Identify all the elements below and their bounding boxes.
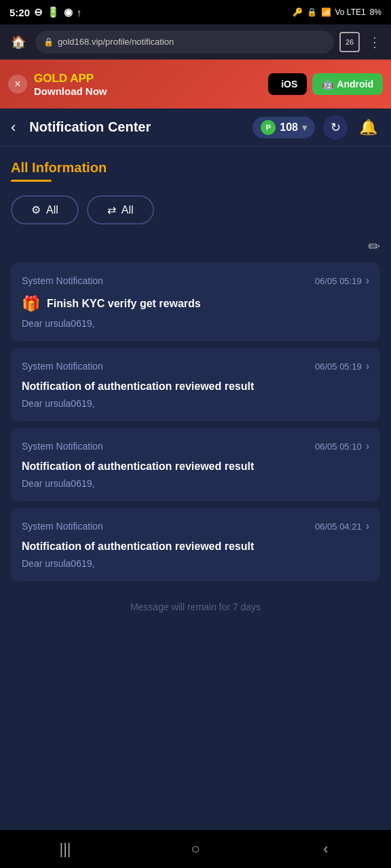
card-meta: 06/05 04:21 ›	[315, 520, 369, 532]
notification-card[interactable]: System Notification 06/05 05:19 › 🎁 Fini…	[11, 262, 380, 341]
card-body: Dear ursula0619,	[22, 398, 369, 409]
card-date: 06/05 04:21	[315, 521, 362, 532]
banner-text: GOLD APP Download Now	[34, 72, 261, 97]
card-meta: 06/05 05:19 ›	[315, 360, 369, 372]
card-body: Dear ursula0619,	[22, 558, 369, 569]
card-meta: 06/05 05:10 ›	[315, 440, 369, 452]
recent-apps-icon: |||	[59, 840, 71, 858]
status-icon-do-not-disturb: ⊖	[34, 6, 43, 18]
back-arrow-icon: ‹	[323, 840, 328, 858]
card-header: System Notification 06/05 05:10 ›	[22, 440, 369, 452]
browser-bar: 🏠 🔒 gold168.vip/profile/notification 26 …	[0, 24, 391, 60]
browser-home-button[interactable]: 🏠	[7, 31, 30, 54]
card-title: Finish KYC verify get rewards	[47, 298, 201, 310]
banner-close-button[interactable]: ×	[8, 75, 27, 94]
gift-icon: 🎁	[22, 295, 40, 313]
edit-row: ✏	[11, 238, 380, 256]
card-type: System Notification	[22, 441, 103, 452]
edit-button[interactable]: ✏	[368, 238, 380, 256]
card-chevron-icon: ›	[366, 520, 369, 532]
bell-icon: 🔔	[359, 119, 377, 136]
notification-card[interactable]: System Notification 06/05 05:19 › Notifi…	[11, 348, 380, 421]
filter-label-2: All	[122, 204, 134, 216]
status-icon-screen-record: ◉	[64, 6, 73, 18]
card-chevron-icon: ›	[366, 275, 369, 287]
card-body: Dear ursula0619,	[22, 318, 369, 329]
card-body: Dear ursula0619,	[22, 478, 369, 489]
status-icon-extra: ↑	[77, 7, 82, 18]
card-type: System Notification	[22, 275, 103, 286]
card-header: System Notification 06/05 05:19 ›	[22, 275, 369, 287]
filter-all-button-1[interactable]: ⚙ All	[11, 195, 79, 224]
nav-home-button[interactable]: ○	[130, 840, 261, 858]
nav-recent-apps-button[interactable]: |||	[0, 840, 130, 858]
filter-icon-1: ⚙	[31, 203, 41, 216]
card-header: System Notification 06/05 05:19 ›	[22, 360, 369, 372]
section-title-underline	[11, 180, 52, 182]
app-banner: × GOLD APP Download Now iOS 🤖 Android	[0, 60, 391, 108]
card-type: System Notification	[22, 521, 103, 532]
refresh-button[interactable]: ↻	[323, 115, 348, 140]
status-battery: 8%	[370, 7, 381, 17]
section-title: All Information	[11, 160, 380, 176]
page-header: ‹ Notification Center P 108 ▾ ↻ 🔔	[0, 108, 391, 146]
android-download-button[interactable]: 🤖 Android	[312, 73, 383, 95]
bell-button[interactable]: 🔔	[356, 115, 380, 140]
bottom-nav: ||| ○ ‹	[0, 830, 391, 868]
url-text: gold168.vip/profile/notification	[58, 37, 174, 47]
card-chevron-icon: ›	[366, 360, 369, 372]
status-bar: 5:20 ⊖ 🔋 ◉ ↑ 🔑 🔒 📶 Vo LTE1 8%	[0, 0, 391, 24]
footer-message: Message will remain for 7 days	[11, 588, 380, 623]
points-icon: P	[261, 120, 276, 135]
points-value: 108	[280, 121, 298, 134]
card-date: 06/05 05:10	[315, 441, 362, 452]
banner-download-buttons: iOS 🤖 Android	[268, 73, 383, 95]
status-icons: 🔑 🔒 📶 Vo LTE1 8%	[293, 7, 381, 17]
card-date: 06/05 05:19	[315, 361, 362, 372]
lock-icon: 🔒	[43, 37, 54, 47]
browser-menu-button[interactable]: ⋮	[365, 34, 384, 50]
filter-all-button-2[interactable]: ⇄ All	[87, 195, 154, 224]
notification-card[interactable]: System Notification 06/05 04:21 › Notifi…	[11, 508, 380, 581]
home-circle-icon: ○	[191, 840, 200, 858]
banner-title: GOLD APP	[34, 72, 261, 85]
card-title: Notification of authentication reviewed …	[22, 460, 254, 473]
card-title-row: 🎁 Finish KYC verify get rewards	[22, 295, 369, 313]
points-badge[interactable]: P 108 ▾	[253, 117, 315, 138]
chevron-down-icon: ▾	[302, 122, 307, 133]
browser-url-bar[interactable]: 🔒 gold168.vip/profile/notification	[35, 31, 334, 54]
card-title-row: Notification of authentication reviewed …	[22, 460, 369, 473]
card-meta: 06/05 05:19 ›	[315, 275, 369, 287]
card-title-row: Notification of authentication reviewed …	[22, 540, 369, 553]
refresh-icon: ↻	[331, 120, 341, 135]
filter-icon-2: ⇄	[107, 203, 116, 216]
browser-tabs-button[interactable]: 26	[339, 32, 360, 52]
ios-download-button[interactable]: iOS	[268, 73, 307, 95]
card-type: System Notification	[22, 361, 103, 372]
card-header: System Notification 06/05 04:21 ›	[22, 520, 369, 532]
android-icon: 🤖	[322, 79, 333, 90]
card-title-row: Notification of authentication reviewed …	[22, 380, 369, 393]
status-icon-wifi: 📶	[321, 7, 331, 17]
page-title: Notification Center	[29, 119, 244, 135]
notification-card[interactable]: System Notification 06/05 05:10 › Notifi…	[11, 428, 380, 501]
filter-row: ⚙ All ⇄ All	[11, 195, 380, 224]
status-icon-lock: 🔒	[307, 7, 317, 17]
back-button[interactable]: ‹	[11, 116, 21, 139]
status-icon-signal: Vo LTE1	[335, 7, 366, 17]
nav-back-button[interactable]: ‹	[261, 840, 391, 858]
status-icon-key: 🔑	[293, 7, 303, 17]
filter-label-1: All	[46, 204, 58, 216]
status-icon-battery-saver: 🔋	[47, 6, 60, 18]
card-title: Notification of authentication reviewed …	[22, 380, 254, 393]
card-chevron-icon: ›	[366, 440, 369, 452]
card-title: Notification of authentication reviewed …	[22, 540, 254, 553]
banner-subtitle: Download Now	[34, 85, 261, 97]
status-time: 5:20 ⊖ 🔋 ◉ ↑	[10, 6, 82, 18]
card-date: 06/05 05:19	[315, 276, 362, 286]
content-area: All Information ⚙ All ⇄ All ✏ System Not…	[0, 146, 391, 623]
